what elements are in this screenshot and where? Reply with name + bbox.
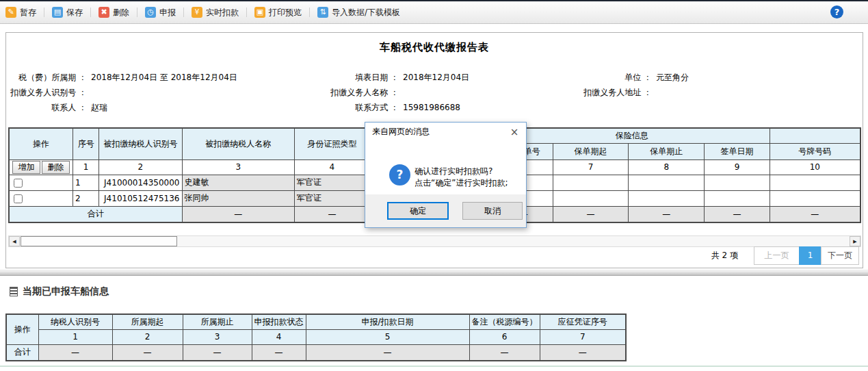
realtime-deduct-label: 实时扣款	[206, 7, 239, 18]
dialog-message-line1: 确认进行实时扣款吗?	[415, 166, 508, 177]
add-row-button[interactable]: 增加	[12, 161, 40, 174]
realtime-deduct-button[interactable]: ¥ 实时扣款	[192, 7, 239, 18]
withholder-name-value	[399, 85, 403, 100]
col-number: 4	[294, 159, 369, 175]
save-label: 保存	[66, 7, 83, 18]
dialog-message: 确认进行实时扣款吗? 点击“确定”进行实时扣款;	[415, 166, 508, 189]
print-preview-button[interactable]: ▣ 打印预览	[254, 7, 302, 18]
policy-start-cell[interactable]	[553, 175, 629, 190]
declared-col-number: 5	[306, 329, 469, 344]
row-select-cell	[9, 190, 73, 206]
declared-total-row: 合计 — — — — — — —	[6, 344, 626, 361]
taxpayer-name-cell: 张同帅	[182, 190, 294, 206]
import-data-button[interactable]: ⇅ 导入数据/下载模板	[317, 7, 400, 18]
declared-total-dash-cell: —	[112, 344, 183, 361]
webpage-message-dialog: 来自网页的消息 × ? 确认进行实时扣款吗? 点击“确定”进行实时扣款; 确定 …	[365, 122, 527, 228]
row-select-cell	[9, 175, 73, 190]
delete-button[interactable]: ✖ 删除	[98, 7, 129, 18]
taxpayer-id-cell[interactable]: J41000014350000	[99, 175, 182, 190]
policy-end-cell[interactable]	[629, 175, 705, 190]
row-checkbox[interactable]	[14, 194, 23, 203]
toolbar-separator	[183, 8, 184, 17]
col-header-seq: 序号	[73, 128, 99, 159]
declared-col-number: 7	[540, 329, 626, 344]
declare-label: 申报	[159, 7, 176, 18]
total-dash-cell: —	[770, 206, 860, 222]
cert-type-cell: 军官证	[294, 175, 369, 190]
withholder-id-value	[87, 85, 91, 100]
question-icon: ?	[389, 164, 410, 186]
delete-row-button[interactable]: 删除	[42, 161, 70, 174]
ok-button[interactable]: 确定	[387, 202, 449, 220]
declared-table: 操作 纳税人识别号 所属期起 所属期止 申报扣款状态 申报/扣款日期 备注（税源…	[5, 314, 627, 361]
help-icon[interactable]: ?	[830, 5, 843, 18]
sign-date-cell[interactable]	[705, 175, 770, 190]
declare-button[interactable]: ◷ 申报	[145, 7, 176, 18]
close-icon[interactable]: ×	[508, 126, 521, 138]
declared-total-dash-cell: —	[540, 344, 626, 361]
col-header-policy-start: 保单期起	[553, 143, 629, 159]
col-number: 3	[182, 159, 294, 175]
pagination: 共 2 项 上一页 1 下一页	[6, 246, 859, 265]
save-icon: ▤	[52, 7, 63, 18]
toolbar-separator	[246, 8, 247, 17]
declared-col-header-op: 操作	[6, 314, 38, 344]
taxpayer-id-cell[interactable]: J41010512475136	[99, 190, 182, 206]
unit-label: 单位 ：	[568, 70, 652, 85]
declared-col-number: 3	[183, 329, 252, 344]
declared-col-header: 申报/扣款日期	[306, 314, 469, 329]
toolbar-separator	[90, 8, 91, 17]
row-checkbox[interactable]	[14, 179, 23, 188]
withholder-addr-value	[652, 85, 656, 100]
coin-icon: ¥	[192, 7, 202, 18]
page-number-button[interactable]: 1	[799, 246, 821, 265]
declared-col-number: 2	[112, 329, 183, 344]
tempsave-button[interactable]: ✎ 暂存	[5, 7, 36, 18]
dialog-title-bar[interactable]: 来自网页的消息	[365, 123, 526, 141]
group-header-insurance: 保险信息	[495, 128, 770, 143]
sign-date-cell[interactable]	[705, 190, 770, 206]
declared-col-number: 6	[469, 329, 540, 344]
fill-date-label: 填表日期 ：	[315, 70, 399, 85]
phone-label: 联系方式 ：	[315, 100, 399, 115]
pagination-buttons: 上一页 1 下一页	[754, 246, 859, 265]
total-dash-cell: —	[705, 206, 770, 222]
policy-start-cell[interactable]	[553, 190, 629, 206]
toolbar-separator	[44, 8, 44, 17]
next-page-button[interactable]: 下一页	[821, 246, 859, 265]
declared-total-dash-cell: —	[38, 344, 112, 361]
scroll-right-icon[interactable]: ▶	[850, 236, 860, 246]
declared-col-header: 申报扣款状态	[252, 314, 306, 329]
col-number: 2	[99, 159, 182, 175]
plate-no-cell[interactable]	[770, 190, 860, 206]
section-splitter[interactable]	[0, 270, 868, 276]
printer-icon: ▣	[254, 7, 265, 18]
col-header-op: 操作	[9, 128, 73, 159]
declared-col-number: 4	[252, 329, 306, 344]
total-dash-cell: —	[182, 206, 294, 222]
page-title: 车船税代收代缴报告表	[6, 41, 863, 54]
col-header-sign-date: 签单日期	[705, 143, 770, 159]
dialog-title-text: 来自网页的消息	[372, 127, 430, 136]
section-bottom-border	[0, 366, 868, 367]
plate-no-cell[interactable]	[770, 175, 860, 190]
scrollbar-thumb[interactable]	[21, 236, 177, 246]
form-info-column-left: 税（费）所属期 ： 2018年12月04日 至 2018年12月04日 扣缴义务…	[10, 70, 237, 115]
delete-label: 删除	[113, 7, 129, 18]
form-info-column-middle: 填表日期 ： 2018年12月04日 扣缴义务人名称 ： 联系方式 ： 1598…	[315, 70, 469, 115]
declared-total-dash-cell: —	[469, 344, 540, 361]
toolbar-separator	[309, 8, 310, 17]
taxpayer-name-cell: 史建敏	[182, 175, 294, 190]
save-button[interactable]: ▤ 保存	[52, 7, 83, 18]
col-header-cert-type: 身份证照类型	[294, 128, 369, 159]
cancel-button[interactable]: 取消	[462, 202, 523, 220]
policy-end-cell[interactable]	[629, 190, 705, 206]
col-header-taxpayer-id: 被扣缴纳税人识别号	[99, 128, 182, 159]
withholder-id-label: 扣缴义务人识别号 ：	[10, 85, 87, 100]
prev-page-button[interactable]: 上一页	[754, 246, 800, 265]
period-label: 税（费）所属期 ：	[10, 70, 87, 85]
total-label-cell: 合计	[9, 206, 182, 222]
col-number: 1	[73, 159, 99, 175]
scroll-left-icon[interactable]: ◀	[9, 236, 20, 246]
import-icon: ⇅	[317, 7, 328, 18]
